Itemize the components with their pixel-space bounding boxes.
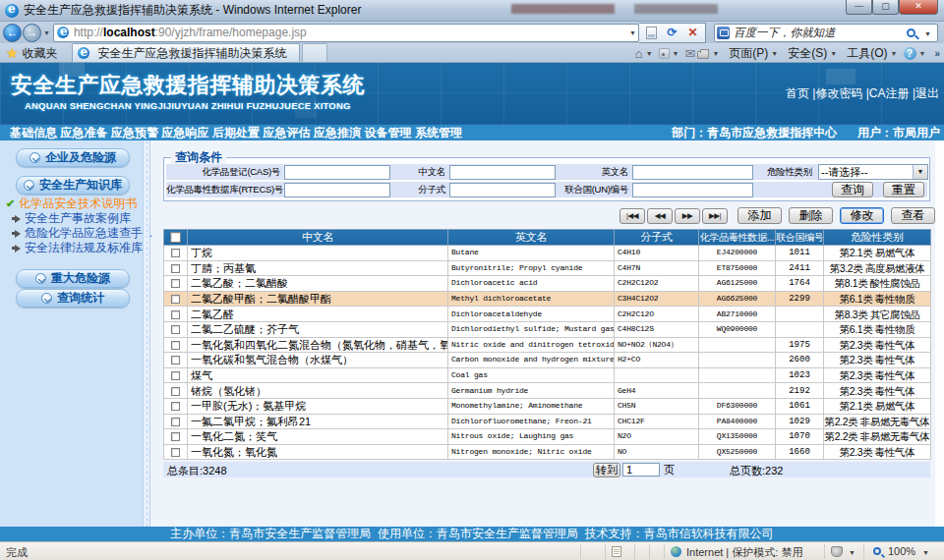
search-input[interactable]: 百度一下，你就知道 ▼ [714, 24, 938, 42]
last-page-button[interactable]: ▶▶| [702, 208, 728, 224]
arrow-icon [15, 245, 21, 252]
zoom-icon[interactable] [873, 547, 881, 555]
mail-icon[interactable]: ✉ [685, 46, 696, 61]
table-row[interactable]: 丁烷ButaneC4H10EJ42000001011第2.1类 易燃气体 [164, 246, 931, 261]
table-row[interactable]: 一氧化二氮；笑气Nitrous oxide; Laughing gasN2OQX… [164, 429, 931, 445]
table-row[interactable]: 煤气Coal gas1023第2.3类 毒性气体 [164, 367, 931, 383]
minimize-button[interactable]: — [846, 0, 872, 15]
next-page-button[interactable]: ▶▶ [675, 208, 700, 224]
search-button[interactable]: 查询 [832, 182, 873, 197]
browser-tab[interactable]: 安全生产应急救援指挥辅助决策系统 [72, 43, 300, 62]
sidebar-item-3[interactable]: 安全法律法规及标准库 [6, 241, 146, 255]
row-checkbox[interactable] [171, 325, 180, 334]
sidebar-item-0[interactable]: ✔化学品安全技术说明书 [6, 196, 146, 211]
cn-name-input[interactable] [449, 165, 556, 180]
nav-item-4[interactable]: 后期处置 [212, 125, 260, 140]
sidebar-button-statistics[interactable]: 查询统计 [16, 289, 130, 308]
maximize-button[interactable]: ▢ [872, 0, 899, 15]
protected-mode-icon[interactable] [831, 546, 843, 557]
sidebar-button-major-hazard[interactable]: 重大危险源 [16, 269, 130, 288]
sidebar-button-knowledge[interactable]: 安全生产知识库 [16, 176, 130, 195]
nav-item-8[interactable]: 系统管理 [415, 125, 462, 140]
url-input[interactable]: http://localhost:90/yjzh/frame/homepage.… [53, 24, 639, 42]
delete-button[interactable]: 删除 [789, 207, 833, 224]
sidebar-item-1[interactable]: 安全生产事故案例库 [6, 211, 146, 226]
danger-select[interactable]: --请选择-- ▼ [818, 164, 928, 180]
frame-splitter[interactable] [143, 140, 150, 527]
row-checkbox[interactable] [171, 295, 180, 304]
header-links[interactable]: 首页 |修改密码 |CA注册 |退出 [786, 85, 939, 102]
close-button[interactable]: ✕ [899, 0, 938, 15]
nav-item-6[interactable]: 应急推演 [314, 125, 361, 140]
sidebar-button-enterprise[interactable]: 企业及危险源 [16, 148, 130, 167]
table-row[interactable]: 二氯乙酸；二氯醋酸Dichloroacetic acidC2H2C12O2AG6… [164, 276, 931, 292]
formula-input[interactable] [449, 183, 556, 197]
nav-item-5[interactable]: 应急评估 [264, 125, 311, 140]
row-checkbox[interactable] [171, 448, 180, 457]
toolbar-overflow-chevron[interactable]: » [934, 48, 940, 59]
back-button[interactable]: ← [3, 24, 22, 42]
table-row[interactable]: 一氧化碳和氢气混合物（水煤气）Carbon monoxide and hydro… [164, 353, 931, 368]
search-icon[interactable] [907, 28, 915, 37]
table-row[interactable]: 二氯二乙硫醚；芥子气Dichlorodiethyl sulfide; Musta… [164, 321, 931, 337]
page-number-input[interactable]: 1 [622, 463, 660, 476]
recent-pages-dropdown[interactable]: ▼ [43, 29, 50, 36]
print-icon[interactable] [697, 48, 709, 59]
nav-item-1[interactable]: 应急准备 [61, 125, 108, 140]
tools-menu[interactable]: 工具(O) [847, 45, 887, 62]
view-button[interactable]: 查看 [891, 207, 935, 224]
nav-item-2[interactable]: 应急预警 [111, 125, 158, 140]
row-checkbox[interactable] [171, 356, 180, 364]
search-options-dropdown[interactable]: ▼ [924, 30, 931, 37]
row-checkbox[interactable] [171, 432, 180, 441]
sidebar-item-2[interactable]: 危险化学品应急速查手... [6, 226, 146, 241]
prev-page-button[interactable]: ◀◀ [647, 208, 673, 224]
refresh-button[interactable]: ⟳ [662, 26, 682, 39]
protected-mode-dropdown[interactable]: ▼ [849, 549, 856, 556]
reset-button[interactable]: 重置 [883, 182, 924, 197]
select-all-checkbox[interactable] [170, 232, 181, 243]
table-row[interactable]: 一氧化氮和四氧化二氮混合物（氮氧化物，硝基气，氧化氮气体）Nitric oxid… [164, 337, 931, 353]
table-row[interactable]: 一甲胺(无水)；氨基甲烷Monomethylamine; Aminomethan… [164, 398, 931, 414]
nav-item-0[interactable]: 基础信息 [10, 125, 57, 140]
row-checkbox[interactable] [171, 402, 180, 411]
add-button[interactable]: 添加 [738, 207, 782, 224]
row-checkbox[interactable] [171, 387, 180, 396]
row-checkbox[interactable] [171, 279, 180, 288]
zoom-level[interactable]: 100% [888, 545, 915, 557]
table-row[interactable]: 一氧化氮；氧化氮Nitrogen monoxide; Nitric oxideN… [164, 444, 931, 460]
goto-button[interactable]: 转到 [593, 463, 620, 477]
page-menu[interactable]: 页面(P) [729, 45, 768, 62]
row-checkbox[interactable] [171, 371, 180, 380]
nav-item-7[interactable]: 设备管理 [365, 125, 412, 140]
row-checkbox[interactable] [171, 341, 180, 350]
first-page-button[interactable]: |◀◀ [620, 208, 645, 224]
modify-button[interactable]: 修改 [840, 207, 884, 224]
row-checkbox[interactable] [171, 418, 180, 426]
table-row[interactable]: 二氯乙酸甲酯；二氯醋酸甲酯Methyl dichloroacetateC3H4C… [164, 291, 931, 307]
table-row[interactable]: 锗烷（氢化锗）Germanium hydrideGeH42192第2.3类 毒性… [164, 383, 931, 399]
compatibility-view-button[interactable] [641, 27, 662, 39]
safety-menu[interactable]: 安全(S) [788, 45, 827, 62]
stop-button[interactable]: ✕ [682, 26, 703, 39]
new-tab-button[interactable] [302, 43, 327, 62]
nav-item-3[interactable]: 应急响应 [162, 125, 209, 140]
table-row[interactable]: 二氯乙醛DichloroacetaldehydeC2H2C12OAB271000… [164, 307, 931, 322]
favorites-button[interactable]: ★ 收藏夹 [0, 44, 66, 62]
help-icon[interactable]: ? [904, 47, 916, 60]
rss-feed-icon[interactable] [659, 48, 670, 59]
row-checkbox[interactable] [171, 249, 180, 257]
select-all-header[interactable] [164, 230, 188, 246]
table-row[interactable]: 丁腈；丙基氰Butyronitrile; Propyl cyanideC4H7N… [164, 260, 931, 276]
home-icon[interactable]: ⌂ [635, 46, 643, 61]
rtecs-input[interactable] [284, 183, 390, 197]
forward-button[interactable]: → [23, 24, 41, 42]
table-row[interactable]: 一氟二氯甲烷；氟利昂21Dichlorofluoromethane; Freon… [164, 414, 931, 429]
zoom-dropdown[interactable]: ▼ [922, 549, 929, 556]
un-input[interactable] [632, 183, 753, 197]
row-checkbox[interactable] [171, 264, 180, 273]
url-dropdown[interactable]: ▼ [629, 29, 636, 36]
en-name-input[interactable] [632, 165, 753, 180]
row-checkbox[interactable] [171, 310, 180, 319]
cas-input[interactable] [284, 165, 390, 180]
